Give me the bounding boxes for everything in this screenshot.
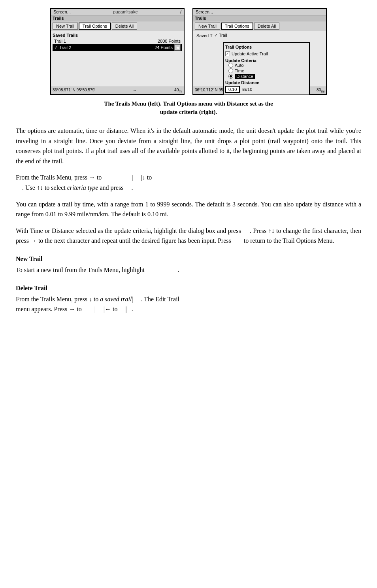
auto-radio[interactable] (228, 63, 233, 68)
right-saved-trails: Saved T ✓ Trail (193, 31, 326, 40)
left-saved-header: Saved Trails (53, 32, 182, 38)
distance-radio[interactable] (228, 74, 233, 79)
auto-option-row: Auto (228, 63, 307, 68)
left-distance-icon: ↔ (133, 88, 137, 93)
right-content: Saved T ✓ Trail Trail Options ✓ Update A… (193, 31, 326, 79)
popup-title: Trail Options (225, 45, 307, 49)
from-trails-menu-line: From the Trails Menu, press → to | |↓ to… (16, 172, 361, 193)
time-label: Time (235, 68, 244, 73)
right-new-trail-btn[interactable]: New Trail (195, 23, 220, 30)
left-title-bar: Screen... pugam'tsake / (51, 9, 184, 15)
trail2-points: 24 Points (155, 45, 173, 50)
distance-value-input[interactable]: 0.10 (225, 86, 240, 93)
left-saved-trails: Saved Trails Trail 1 2000 Points ✓ Trail… (51, 31, 184, 52)
right-delete-all-btn[interactable]: Delete All (254, 23, 279, 30)
left-trails-label: Trails (51, 15, 184, 21)
left-content: Saved Trails Trail 1 2000 Points ✓ Trail… (51, 31, 184, 79)
screenshots-container: Screen... pugam'tsake / Trails New Trail… (16, 8, 361, 95)
left-status-bar: 36°08.971' N 95°50.579' ↔ 40mi (51, 87, 184, 94)
right-trail-check: ✓ Trail (214, 33, 227, 38)
left-coords: 36°08.971' N 95°50.579' (53, 88, 95, 93)
update-distance-row: 0.10 mi/10 (225, 86, 307, 93)
update-criteria-label: Update Criteria (225, 58, 307, 63)
left-delete-all-btn[interactable]: Delete All (112, 23, 137, 30)
right-distance: 80mi (317, 88, 324, 93)
time-radio[interactable] (228, 68, 233, 73)
right-title-bar: Screen... (193, 9, 326, 15)
right-saved-header: Saved T (196, 33, 213, 38)
table-row: ✓ Trail 2 24 Points ◄ (53, 44, 182, 51)
new-trail-heading: New Trail (16, 255, 361, 263)
update-distance-label: Update Distance (225, 80, 307, 85)
checkmark-icon: ✓ (54, 45, 58, 50)
delete-trail-heading: Delete Trail (16, 285, 361, 292)
left-new-trail-btn[interactable]: New Trail (53, 23, 78, 30)
left-toolbar: New Trail Trail Options Delete All (51, 21, 184, 31)
left-screenshot: Screen... pugam'tsake / Trails New Trail… (50, 8, 185, 95)
distance-option-row: Distance (228, 74, 307, 79)
left-subtitle: pugam'tsake (113, 9, 138, 14)
right-toolbar: New Trail Trail Options Delete All (193, 21, 326, 31)
right-screenshot: Screen... Trails New Trail Trail Options… (192, 8, 327, 95)
distance-unit: mi/10 (241, 87, 252, 92)
table-row: Trail 1 2000 Points (53, 38, 182, 44)
distance-label: Distance (235, 74, 255, 79)
criteria-radio-group: Auto Time Distance (225, 63, 307, 79)
right-screen-title: Screen... (196, 9, 213, 14)
new-trail-text: To start a new trail from the Trails Men… (16, 265, 361, 275)
auto-label: Auto (235, 63, 244, 68)
time-option-row: Time (228, 68, 307, 73)
right-trail-options-btn[interactable]: Trail Options (221, 23, 253, 30)
update-active-trail-label: Update Active Trail (232, 51, 268, 56)
delete-trail-text: From the Trails Menu, press ↓ to a saved… (16, 294, 361, 314)
caption-line2: update criteria (right). (16, 108, 361, 116)
trail1-points: 2000 Points (158, 39, 181, 43)
trail1-name: Trail 1 (54, 39, 66, 43)
update-active-trail-checkbox[interactable]: ✓ (225, 51, 230, 56)
right-trails-label: Trails (193, 15, 326, 21)
left-distance: 40mi (174, 88, 182, 93)
left-trail-options-btn[interactable]: Trail Options (79, 23, 111, 30)
caption-line1: The Trails Menu (left). Trail Options me… (16, 100, 361, 108)
trail-options-popup: Trail Options ✓ Update Active Trail Upda… (223, 42, 310, 95)
paragraph-2: You can update a trail by time, with a r… (16, 199, 361, 219)
left-screen-title: Screen... (53, 9, 71, 14)
update-active-trail-row: ✓ Update Active Trail (225, 51, 307, 57)
paragraph-3: With Time or Distance selected as the up… (16, 226, 361, 246)
back-button[interactable]: ◄ (174, 44, 181, 51)
trail2-name: Trail 2 (59, 45, 71, 50)
paragraph-1: The options are automatic, time or dista… (16, 126, 361, 166)
figure-caption: The Trails Menu (left). Trail Options me… (16, 100, 361, 116)
